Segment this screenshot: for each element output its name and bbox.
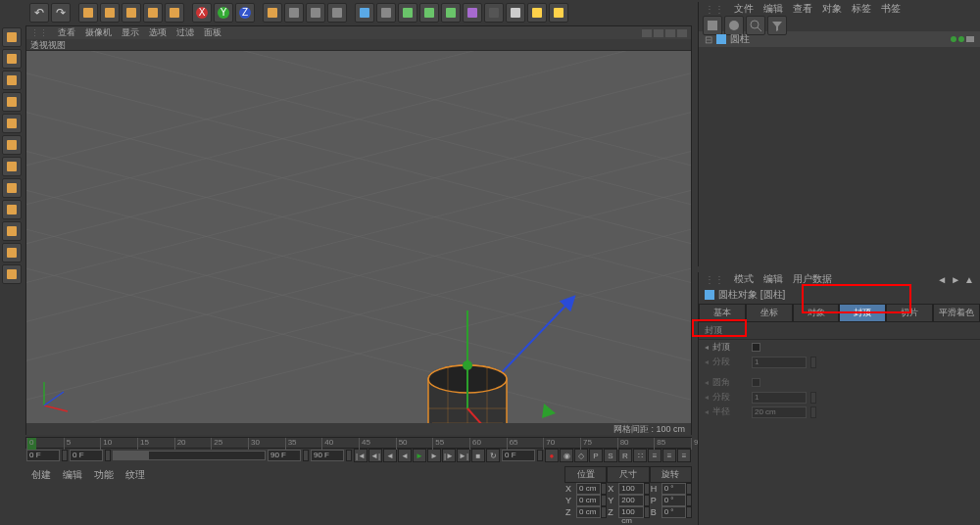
- opt1-button[interactable]: ≡: [648, 449, 662, 462]
- size-input[interactable]: 100 cm: [618, 483, 643, 495]
- viewport-menu-item[interactable]: 面板: [204, 26, 221, 39]
- om-menu-item[interactable]: 书签: [881, 2, 901, 16]
- texture-mode-button[interactable]: [2, 71, 22, 90]
- select-button[interactable]: [78, 3, 98, 23]
- om-menu-item[interactable]: 文件: [734, 2, 754, 16]
- edge-mode-button[interactable]: [2, 135, 22, 155]
- poly-mode-button[interactable]: [2, 157, 22, 176]
- play-button[interactable]: ►: [413, 449, 426, 462]
- autokey-button[interactable]: ◉: [560, 449, 573, 462]
- range-slider[interactable]: [113, 451, 266, 460]
- rot-input[interactable]: 0 °: [662, 483, 686, 495]
- camera-button[interactable]: [484, 3, 504, 23]
- layout-1-icon[interactable]: [642, 29, 652, 37]
- array-button[interactable]: [441, 3, 461, 23]
- layout-3-icon[interactable]: [665, 29, 675, 37]
- pos-input[interactable]: 0 cm: [576, 495, 601, 506]
- attr-tab-3[interactable]: 封顶: [839, 304, 886, 322]
- layout-2-icon[interactable]: [654, 29, 663, 37]
- visibility-editor-icon[interactable]: [951, 36, 956, 42]
- panel-grip-icon[interactable]: ⋮⋮: [30, 28, 48, 38]
- loop-button[interactable]: ↻: [486, 449, 500, 462]
- pos-key-button[interactable]: P: [589, 449, 603, 462]
- attr-menu-item[interactable]: 模式: [734, 272, 754, 286]
- viewport-menu-item[interactable]: 显示: [122, 26, 139, 39]
- attr-tab-1[interactable]: 坐标: [746, 304, 793, 322]
- opt3-button[interactable]: ≡: [677, 449, 691, 462]
- extrude-button[interactable]: [419, 3, 439, 23]
- goto-start-button[interactable]: |◄: [354, 449, 368, 462]
- attr-tab-2[interactable]: 对象: [793, 304, 840, 322]
- nav-fwd-icon[interactable]: ►: [951, 274, 960, 285]
- uv-mode-button[interactable]: [2, 92, 22, 112]
- size-input[interactable]: 100 cm: [618, 506, 643, 518]
- spinner-icon[interactable]: [303, 450, 309, 461]
- material-menu-item[interactable]: 创建: [31, 468, 51, 482]
- cylinder-object[interactable]: [340, 242, 595, 423]
- om-menu-item[interactable]: 编辑: [763, 2, 783, 16]
- play-back-button[interactable]: ◄: [398, 449, 412, 462]
- axis-y-button[interactable]: Y: [214, 3, 233, 23]
- recent-button[interactable]: [165, 3, 184, 23]
- rot-key-button[interactable]: R: [618, 449, 632, 462]
- attr-menu-item[interactable]: 用户数据: [793, 272, 832, 286]
- om-menu-item[interactable]: 对象: [822, 2, 842, 16]
- viewport-menu-item[interactable]: 过滤: [176, 26, 194, 39]
- spinner-icon[interactable]: [537, 450, 543, 461]
- spinner-icon[interactable]: [346, 450, 352, 461]
- rot-input[interactable]: 0 °: [662, 495, 686, 506]
- pla-key-button[interactable]: ∷: [633, 449, 647, 462]
- panel-grip-icon[interactable]: ⋮⋮: [705, 274, 724, 285]
- record-button[interactable]: ●: [545, 449, 559, 462]
- light-button[interactable]: [527, 3, 547, 23]
- rot-input[interactable]: 0 °: [662, 506, 686, 518]
- range-to-input[interactable]: 90 F: [268, 450, 301, 461]
- material-menu-item[interactable]: 编辑: [63, 468, 82, 482]
- timeline-ruler[interactable]: 051015202530354045505560657075808590: [25, 437, 692, 449]
- layout-4-icon[interactable]: [677, 29, 687, 37]
- material-menu-item[interactable]: 纹理: [125, 468, 145, 482]
- keyframe-button[interactable]: ◇: [574, 449, 588, 462]
- pos-input[interactable]: 0 cm: [576, 506, 601, 518]
- opt2-button[interactable]: ≡: [662, 449, 676, 462]
- scale-button[interactable]: [122, 3, 141, 23]
- goto-end-button[interactable]: ►|: [457, 449, 470, 462]
- panel-grip-icon[interactable]: ⋮⋮: [705, 4, 724, 15]
- subdiv-button[interactable]: [398, 3, 417, 23]
- om-menu-item[interactable]: 查看: [793, 2, 812, 16]
- prev-frame-button[interactable]: ◄: [383, 449, 397, 462]
- next-key-button[interactable]: |►: [442, 449, 456, 462]
- render-region-button[interactable]: [306, 3, 325, 23]
- move-button[interactable]: [100, 3, 120, 23]
- range-from-input[interactable]: 0 F: [70, 450, 103, 461]
- axis-z-button[interactable]: Z: [235, 3, 255, 23]
- object-row-cylinder[interactable]: ⊟ 圆柱: [699, 31, 980, 47]
- point-mode-button[interactable]: [2, 114, 22, 133]
- current-frame-input[interactable]: 0 F: [502, 450, 535, 461]
- material-menu-item[interactable]: 功能: [94, 468, 114, 482]
- scene-button[interactable]: [506, 3, 525, 23]
- spinner-icon[interactable]: [62, 450, 68, 461]
- rotate-button[interactable]: [143, 3, 163, 23]
- prev-key-button[interactable]: ◄|: [368, 449, 382, 462]
- hierarchy-toggle-icon[interactable]: ⊟: [705, 34, 712, 45]
- spinner-icon[interactable]: [686, 506, 692, 518]
- phong-tag-icon[interactable]: [966, 36, 974, 42]
- next-frame-button[interactable]: ►: [427, 449, 441, 462]
- workplane-mode-button[interactable]: [2, 243, 22, 262]
- viewport-menu-item[interactable]: 查看: [58, 26, 75, 39]
- render-button[interactable]: [284, 3, 304, 23]
- size-input[interactable]: 200 cm: [618, 495, 643, 506]
- spinner-icon[interactable]: [686, 483, 692, 495]
- deformer-button[interactable]: [463, 3, 482, 23]
- cube-button[interactable]: [355, 3, 374, 23]
- tweak-mode-button[interactable]: [2, 200, 22, 219]
- om-filter-icon[interactable]: [767, 16, 787, 35]
- spinner-icon[interactable]: [105, 450, 111, 461]
- stop-button[interactable]: ■: [471, 449, 485, 462]
- axis-x-button[interactable]: X: [192, 3, 212, 23]
- bulb-button[interactable]: [549, 3, 568, 23]
- spinner-icon[interactable]: [686, 495, 692, 506]
- layer-button[interactable]: [263, 3, 282, 23]
- attr-tab-0[interactable]: 基本: [699, 304, 746, 322]
